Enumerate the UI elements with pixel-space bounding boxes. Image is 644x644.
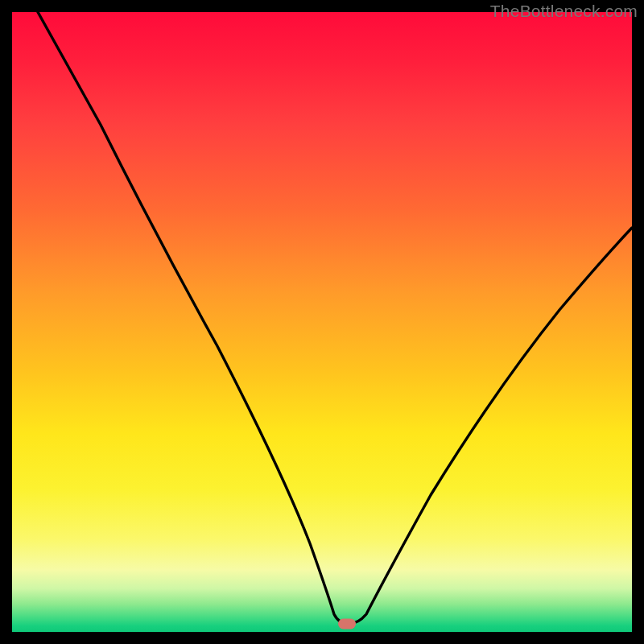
watermark-text: TheBottleneck.com (490, 0, 638, 23)
bottleneck-curve (12, 12, 632, 632)
optimal-point-marker (338, 619, 356, 630)
chart-stage: TheBottleneck.com (0, 0, 644, 644)
plot-area (12, 12, 632, 632)
